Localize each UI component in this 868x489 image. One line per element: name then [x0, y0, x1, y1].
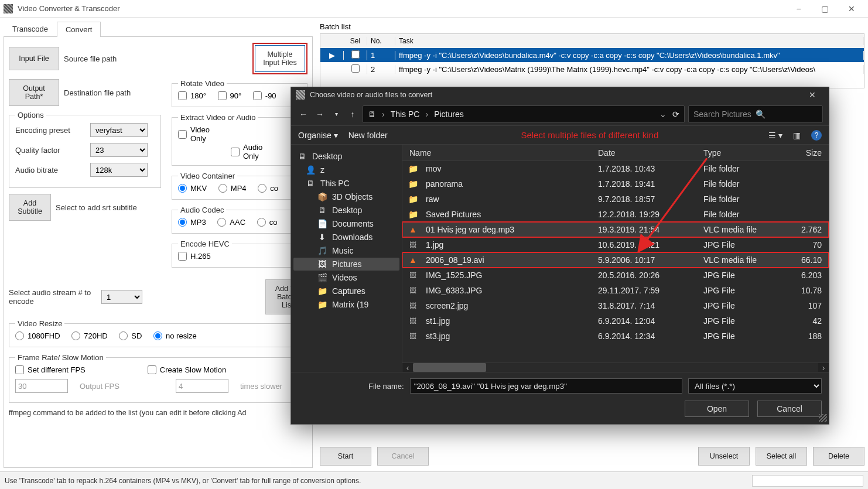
- h265-check[interactable]: H.265: [178, 252, 211, 261]
- crumb-thispc[interactable]: This PC: [391, 110, 420, 119]
- view-mode-icon[interactable]: ☰ ▾: [768, 131, 782, 140]
- batch-head-task[interactable]: Task: [395, 37, 864, 45]
- filelist-head-type[interactable]: Type: [701, 148, 783, 158]
- scroll-left-icon[interactable]: ‹: [402, 363, 413, 372]
- resize-grip-icon[interactable]: [819, 414, 827, 422]
- resize-sd-radio[interactable]: SD: [119, 331, 142, 340]
- container-mkv-radio[interactable]: MKV: [178, 184, 207, 193]
- file-row[interactable]: 🖼st3.jpg6.9.2014. 12:34JPG File188: [402, 329, 829, 344]
- input-file-button[interactable]: Input File: [9, 47, 59, 70]
- refresh-icon[interactable]: ⟳: [672, 110, 679, 119]
- file-row[interactable]: ▲2006_08_19.avi5.9.2006. 10:17VLC media …: [402, 252, 829, 268]
- open-button[interactable]: Open: [685, 401, 749, 417]
- delete-button[interactable]: Delete: [813, 447, 864, 466]
- nav-up-icon[interactable]: ↑: [346, 108, 359, 121]
- scroll-right-icon[interactable]: ›: [818, 363, 829, 372]
- file-row[interactable]: 📁raw9.7.2018. 18:57File folder: [402, 192, 829, 207]
- nav-forward-icon[interactable]: →: [313, 108, 326, 121]
- resize-720-radio[interactable]: 720HD: [71, 331, 107, 340]
- codec-co-radio[interactable]: co: [257, 218, 278, 227]
- tree-item[interactable]: 🖼Pictures: [293, 258, 399, 271]
- unselect-button[interactable]: Unselect: [698, 447, 750, 466]
- file-row[interactable]: 📁mov1.7.2018. 10:43File folder: [402, 161, 829, 176]
- tree-item[interactable]: 📦3D Objects: [293, 190, 399, 203]
- horizontal-scrollbar[interactable]: ‹ ›: [402, 363, 829, 372]
- filelist-head-name[interactable]: Name: [407, 148, 596, 158]
- file-filter-select[interactable]: All files (*.*): [688, 378, 822, 394]
- set-fps-check[interactable]: Set different FPS: [15, 365, 86, 374]
- breadcrumb[interactable]: 🖥 › This PC › Pictures ⌄ ⟳: [363, 105, 685, 123]
- rotate-90n-check[interactable]: -90: [253, 91, 276, 100]
- create-slowmo-check[interactable]: Create Slow Motion: [148, 365, 226, 374]
- file-row[interactable]: 🖼screen2.jpg31.8.2017. 7:14JPG File107: [402, 298, 829, 313]
- tree-item[interactable]: 📁Captures: [293, 285, 399, 297]
- tree-item[interactable]: 📄Documents: [293, 217, 399, 230]
- resize-none-radio[interactable]: no resize: [153, 331, 197, 340]
- file-row[interactable]: 🖼st1.jpg6.9.2014. 12:04JPG File42: [402, 313, 829, 329]
- codec-mp3-radio[interactable]: MP3: [178, 218, 206, 227]
- nav-history-icon[interactable]: ▾: [330, 108, 343, 121]
- batch-row-checkbox[interactable]: [351, 64, 360, 73]
- dialog-close-icon[interactable]: ✕: [801, 90, 824, 100]
- search-input[interactable]: Search Pictures 🔍: [688, 105, 823, 123]
- slowmo-factor-input[interactable]: [176, 379, 228, 393]
- batch-head-no[interactable]: No.: [367, 37, 395, 45]
- new-folder-button[interactable]: New folder: [348, 131, 388, 140]
- tree-item[interactable]: 🖥Desktop: [293, 204, 399, 217]
- preview-pane-icon[interactable]: ▥: [793, 131, 801, 140]
- file-row[interactable]: 🖼IMG_6383.JPG29.11.2017. 7:59JPG File10.…: [402, 283, 829, 298]
- container-mp4-radio[interactable]: MP4: [218, 184, 247, 193]
- rotate-90p-check[interactable]: 90°: [218, 91, 242, 100]
- close-button[interactable]: ✕: [838, 0, 864, 18]
- file-row[interactable]: 📁Saved Pictures12.2.2018. 19:29File fold…: [402, 207, 829, 222]
- rotate-180-check[interactable]: 180°: [178, 91, 206, 100]
- nav-back-icon[interactable]: ←: [297, 108, 310, 121]
- tab-convert[interactable]: Convert: [57, 22, 101, 37]
- maximize-button[interactable]: ▢: [812, 0, 838, 18]
- start-button[interactable]: Start: [320, 447, 371, 466]
- batch-row[interactable]: ▶ 1 ffmpeg -y -i "C:\Users\z\Videos\bund…: [320, 48, 864, 62]
- video-only-check[interactable]: Video Only: [178, 125, 210, 143]
- tree-item[interactable]: 📁Matrix (19: [293, 298, 399, 311]
- crumb-pictures[interactable]: Pictures: [434, 110, 464, 119]
- minimize-button[interactable]: −: [785, 0, 812, 18]
- file-list[interactable]: 📁mov1.7.2018. 10:43File folder📁panorama1…: [402, 161, 829, 363]
- output-path-button[interactable]: Output Path*: [9, 79, 59, 106]
- file-row[interactable]: 🖼1.jpg10.6.2019. 18:21JPG File70: [402, 237, 829, 252]
- container-co-radio[interactable]: co: [258, 184, 278, 193]
- tree-item[interactable]: ⬇Downloads: [293, 231, 399, 244]
- batch-row[interactable]: 2 ffmpeg -y -i "C:\Users\z\Videos\Matrix…: [320, 62, 864, 76]
- chevron-down-icon[interactable]: ⌄: [659, 110, 667, 119]
- filelist-head-date[interactable]: Date: [596, 148, 701, 158]
- audio-bitrate-select[interactable]: 128k: [90, 163, 148, 177]
- tree-item[interactable]: 🖥This PC: [293, 177, 399, 190]
- file-name-input[interactable]: [410, 378, 682, 394]
- file-row[interactable]: ▲01 Hvis jeg var deg.mp319.3.2019. 21:54…: [402, 222, 829, 237]
- tree-item[interactable]: 👤z: [293, 163, 399, 176]
- tree-item[interactable]: 🖥Desktop: [293, 150, 399, 163]
- folder-tree[interactable]: 🖥Desktop👤z🖥This PC📦3D Objects🖥Desktop📄Do…: [291, 145, 402, 372]
- cancel-dialog-button[interactable]: Cancel: [757, 401, 822, 417]
- cancel-batch-button[interactable]: Cancel: [377, 447, 429, 466]
- encoding-preset-select[interactable]: veryfast: [90, 123, 148, 137]
- batch-row-checkbox[interactable]: [351, 50, 360, 59]
- organise-menu[interactable]: Organise ▾: [298, 131, 338, 140]
- file-row[interactable]: 🖼IMG_1525.JPG20.5.2016. 20:26JPG File6.2…: [402, 268, 829, 283]
- batch-head-sel[interactable]: Sel: [344, 37, 367, 45]
- audio-stream-select[interactable]: 1: [101, 290, 142, 304]
- filelist-head-size[interactable]: Size: [783, 148, 824, 158]
- select-all-button[interactable]: Select all: [756, 447, 807, 466]
- audio-only-check[interactable]: Audio Only: [231, 143, 262, 160]
- tab-transcode[interactable]: Transcode: [4, 21, 57, 36]
- resize-1080-radio[interactable]: 1080FHD: [15, 331, 60, 340]
- tree-item[interactable]: 🎵Music: [293, 244, 399, 257]
- quality-factor-select[interactable]: 23: [90, 143, 148, 157]
- multiple-input-files-button[interactable]: Multiple Input Files: [255, 45, 305, 72]
- tree-item[interactable]: 🎬Videos: [293, 271, 399, 284]
- add-subtitle-button[interactable]: Add Subtitle: [9, 194, 51, 221]
- help-icon[interactable]: ?: [811, 130, 822, 141]
- scroll-thumb[interactable]: [413, 363, 486, 372]
- codec-aac-radio[interactable]: AAC: [217, 218, 245, 227]
- output-fps-input[interactable]: [15, 379, 68, 393]
- file-row[interactable]: 📁panorama1.7.2018. 19:41File folder: [402, 176, 829, 192]
